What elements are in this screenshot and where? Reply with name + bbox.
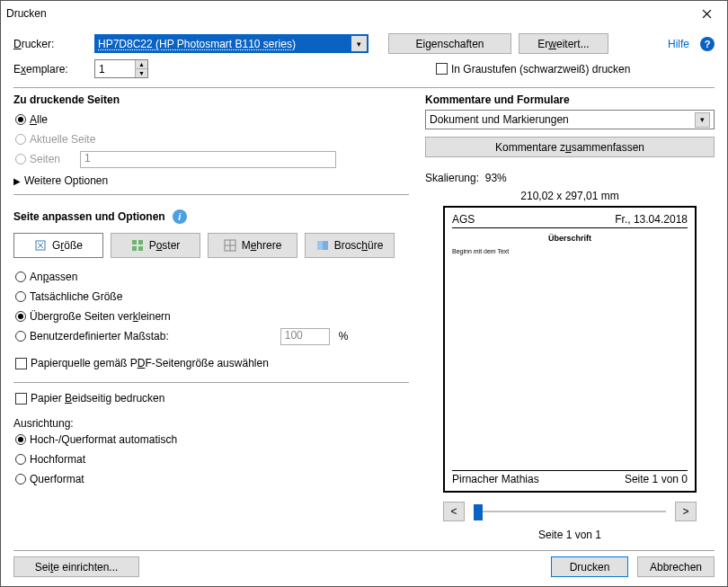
preview-header-left: AGS (452, 213, 475, 226)
radio-orient-portrait-label: Hochformat (30, 453, 85, 466)
radio-custom-label: Benutzerdefinierter Maßstab: (30, 330, 169, 342)
radio-orient-portrait[interactable] (15, 454, 26, 465)
triangle-right-icon: ▶ (13, 176, 21, 186)
preview-footer-left: Pirnacher Mathias (452, 473, 539, 485)
radio-actual-label: Tatsächliche Größe (30, 290, 122, 303)
percent-label: % (339, 330, 349, 342)
next-page-button[interactable]: > (675, 502, 697, 521)
svg-rect-8 (317, 241, 323, 250)
page-slider[interactable] (474, 511, 666, 512)
page-indicator: Seite 1 von 1 (425, 529, 715, 541)
radio-current-label: Aktuelle Seite (30, 133, 95, 146)
booklet-icon (316, 239, 329, 252)
radio-shrink[interactable] (15, 311, 26, 322)
tab-size[interactable]: Größe (13, 233, 103, 258)
tab-poster-label: Poster (149, 239, 181, 252)
radio-current[interactable] (15, 134, 26, 145)
radio-all-label: Alle (30, 113, 48, 126)
poster-icon (131, 239, 144, 252)
copies-spinner[interactable]: ▲▼ (135, 60, 147, 77)
close-icon (702, 9, 712, 19)
spinner-down-icon[interactable]: ▼ (136, 69, 147, 77)
paper-source-label: Papierquelle gemäß PDF-Seitengröße auswä… (31, 357, 269, 369)
radio-orient-landscape-label: Querformat (30, 473, 84, 485)
advanced-button[interactable]: Erweitert... (519, 33, 608, 54)
radio-fit[interactable] (15, 271, 26, 282)
tab-poster[interactable]: Poster (111, 233, 200, 258)
paper-source-checkbox[interactable] (15, 358, 27, 369)
radio-pages-label: Seiten (30, 153, 60, 165)
tab-size-label: Größe (52, 239, 83, 252)
svg-rect-1 (132, 240, 137, 245)
info-icon[interactable]: i (173, 209, 187, 224)
chevron-down-icon: ▾ (695, 112, 710, 128)
print-button[interactable]: Drucken (551, 556, 628, 577)
prev-page-button[interactable]: < (443, 502, 465, 521)
slider-thumb[interactable] (474, 504, 483, 520)
more-options-label: Weitere Optionen (24, 174, 108, 187)
scale-value: 93% (485, 172, 507, 184)
tab-multiple-label: Mehrere (242, 239, 282, 252)
copies-input[interactable]: ▲▼ (94, 59, 148, 78)
printer-select[interactable]: HP7D8C22 (HP Photosmart B110 series) ▾ (94, 34, 368, 53)
svg-rect-4 (138, 246, 143, 251)
radio-custom[interactable] (15, 331, 26, 342)
cancel-button[interactable]: Abbrechen (637, 556, 715, 577)
greyscale-checkbox[interactable] (436, 63, 448, 75)
radio-orient-auto-label: Hoch-/Querformat automatisch (30, 433, 177, 446)
tab-booklet-label: Broschüre (334, 239, 384, 252)
printer-label: Drucker: (13, 38, 87, 50)
help-link[interactable]: Hilfe (668, 38, 689, 50)
chevron-down-icon: ▾ (351, 36, 367, 51)
custom-scale-input[interactable]: 100 (280, 328, 330, 345)
print-preview: AGS Fr., 13.04.2018 Überschrift Beginn m… (443, 206, 697, 493)
tab-booklet[interactable]: Broschüre (305, 233, 395, 258)
summarize-comments-button[interactable]: Kommentare zusammenfassen (425, 137, 715, 157)
svg-rect-2 (138, 240, 143, 245)
duplex-checkbox[interactable] (15, 393, 27, 405)
size-icon (34, 239, 47, 252)
preview-footer-right: Seite 1 von 0 (625, 473, 688, 485)
comments-section-title: Kommentare und Formulare (425, 93, 715, 106)
comments-combo-value: Dokument und Markierungen (430, 113, 569, 126)
sizing-section-title: Seite anpassen und Optionen (13, 210, 165, 223)
close-button[interactable] (686, 1, 727, 26)
copies-label: Exemplare: (13, 63, 87, 76)
radio-all[interactable] (15, 114, 26, 125)
svg-rect-9 (323, 241, 328, 250)
window-title: Drucken (6, 7, 686, 20)
radio-fit-label: Anpassen (30, 271, 77, 283)
radio-pages[interactable] (15, 154, 26, 165)
preview-doc-body: Beginn mit dem Text (452, 248, 688, 470)
orientation-title: Ausrichtung: (13, 417, 409, 430)
printer-value: HP7D8C22 (HP Photosmart B110 series) (98, 38, 348, 50)
pages-section-title: Zu druckende Seiten (13, 93, 409, 106)
radio-shrink-label: Übergroße Seiten verkleinern (30, 310, 171, 323)
pages-input[interactable]: 1 (80, 151, 336, 168)
comments-combo[interactable]: Dokument und Markierungen ▾ (425, 110, 715, 129)
greyscale-label: In Graustufen (schwarzweiß) drucken (451, 63, 630, 76)
properties-button[interactable]: Eigenschaften (388, 33, 511, 54)
radio-orient-landscape[interactable] (15, 474, 26, 485)
spinner-up-icon[interactable]: ▲ (136, 60, 147, 69)
multiple-icon (224, 239, 236, 252)
page-setup-button[interactable]: Seite einrichten... (13, 556, 139, 577)
scale-label: Skalierung: (425, 172, 479, 184)
preview-header-right: Fr., 13.04.2018 (615, 213, 688, 226)
help-icon[interactable]: ? (700, 37, 715, 51)
more-options-expander[interactable]: ▶ Weitere Optionen (13, 174, 409, 187)
radio-orient-auto[interactable] (15, 434, 26, 445)
tab-multiple[interactable]: Mehrere (208, 233, 297, 258)
radio-actual[interactable] (15, 291, 26, 302)
copies-field[interactable] (95, 60, 135, 77)
preview-doc-title: Überschrift (452, 234, 688, 243)
svg-rect-3 (132, 246, 137, 251)
duplex-label: Papier Beidseitig bedrucken (31, 392, 164, 405)
preview-dimensions: 210,02 x 297,01 mm (425, 190, 715, 202)
